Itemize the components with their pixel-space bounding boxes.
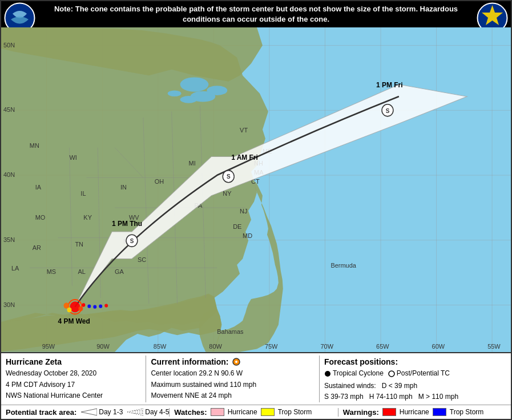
hurricane-warning-label: Hurricane <box>400 408 429 416</box>
svg-text:90W: 90W <box>96 344 110 350</box>
svg-point-84 <box>78 306 83 311</box>
svg-text:S: S <box>130 238 134 244</box>
svg-text:75W: 75W <box>265 344 278 350</box>
potential-tc-legend: Post/Potential TC <box>388 368 450 379</box>
forecast-legend-row1: Tropical Cyclone Post/Potential TC <box>324 368 506 379</box>
d-label: D < 39 mph <box>382 382 417 390</box>
svg-text:S: S <box>227 174 231 180</box>
svg-text:45N: 45N <box>3 107 15 114</box>
max-wind: Maximum sustained wind 110 mph <box>151 379 319 390</box>
svg-text:55W: 55W <box>487 344 501 350</box>
storm-info-column: Hurricane Zeta Wednesday October 28, 202… <box>6 356 146 402</box>
svg-text:MO: MO <box>35 214 46 221</box>
potential-tc-icon <box>388 370 395 377</box>
svg-point-21 <box>180 78 209 92</box>
svg-text:SC: SC <box>138 256 146 263</box>
svg-text:30N: 30N <box>3 301 15 308</box>
svg-text:MD: MD <box>243 232 252 239</box>
track-area-column: Potential track area: Day 1-3 <box>6 407 169 417</box>
storm-date: Wednesday October 28, 2020 <box>6 368 146 379</box>
map-area: MN WI IA IL IN OH MI MO KY WV PA NY AR T… <box>1 27 511 352</box>
warnings-label: Warnings: <box>343 408 379 417</box>
track-day1-3-legend: Day 1-3 <box>81 407 123 417</box>
legend-row: Potential track area: Day 1-3 <box>1 405 511 419</box>
svg-point-85 <box>82 304 85 307</box>
track-day4-5-label: Day 4-5 <box>145 408 169 416</box>
svg-point-88 <box>99 305 102 308</box>
svg-text:65W: 65W <box>376 344 389 350</box>
svg-point-87 <box>93 305 96 309</box>
svg-text:NJ: NJ <box>240 208 247 215</box>
svg-text:40N: 40N <box>3 171 15 178</box>
svg-text:GA: GA <box>115 268 124 275</box>
trop-storm-warning-label: Trop Storm <box>450 408 484 416</box>
center-location: Center location 29.2 N 90.6 W <box>151 368 319 379</box>
svg-point-102 <box>325 371 330 377</box>
svg-text:TN: TN <box>75 241 83 248</box>
svg-text:IA: IA <box>35 184 42 191</box>
svg-text:95W: 95W <box>42 344 55 350</box>
cone-day1-3-icon <box>81 407 97 417</box>
note-bar: NOAA Note: The cone contains the probabl… <box>1 1 511 27</box>
tropical-cyclone-icon <box>324 370 331 377</box>
trop-storm-warning-box <box>433 408 446 416</box>
svg-point-25 <box>168 91 182 97</box>
svg-text:MN: MN <box>30 142 39 149</box>
svg-point-24 <box>180 96 197 103</box>
svg-text:1 AM Fri: 1 AM Fri <box>231 154 258 161</box>
s-label: S 39-73 mph <box>324 393 364 401</box>
svg-text:70W: 70W <box>320 344 333 350</box>
wind-categories-row: S 39-73 mph H 74-110 mph M > 110 mph <box>324 391 506 402</box>
hurricane-watch-box <box>211 408 224 416</box>
svg-text:Bermuda: Bermuda <box>330 262 356 269</box>
svg-point-89 <box>104 304 108 308</box>
svg-text:85W: 85W <box>154 344 167 350</box>
svg-text:IL: IL <box>80 190 86 197</box>
svg-point-83 <box>67 308 71 312</box>
track-day4-5-legend: Day 4-5 <box>127 407 169 417</box>
tc-legend: Tropical Cyclone <box>324 368 384 379</box>
storm-advisory: 4 PM CDT Advisory 17 <box>6 379 146 390</box>
svg-text:35N: 35N <box>3 236 15 243</box>
svg-point-86 <box>87 305 91 308</box>
svg-text:50N: 50N <box>3 42 15 49</box>
main-container: NOAA Note: The cone contains the probabl… <box>0 0 512 420</box>
info-top-section: Hurricane Zeta Wednesday October 28, 202… <box>1 353 511 405</box>
winds-label: Sustained winds: <box>324 382 376 390</box>
warnings-column: Warnings: Hurricane Trop Storm <box>338 408 506 417</box>
svg-text:KY: KY <box>83 214 92 221</box>
svg-text:IN: IN <box>120 184 127 191</box>
current-info-label: Current information: <box>151 356 228 368</box>
svg-point-101 <box>235 361 237 363</box>
watches-label: Watches: <box>174 408 207 417</box>
svg-point-103 <box>389 371 394 377</box>
svg-text:S: S <box>386 108 390 114</box>
svg-text:LA: LA <box>11 265 19 272</box>
svg-text:80W: 80W <box>209 344 222 350</box>
movement: Movement NNE at 24 mph <box>151 390 319 401</box>
hurricane-warning-box <box>382 408 396 416</box>
trop-storm-watch-label: Trop Storm <box>278 408 312 416</box>
cone-day4-5-icon <box>127 407 143 417</box>
svg-text:1 PM Thu: 1 PM Thu <box>112 220 142 228</box>
m-label: M > 110 mph <box>418 393 458 401</box>
forecast-label: Forecast positions: <box>324 356 506 368</box>
svg-text:MS: MS <box>47 268 56 275</box>
storm-center: NWS National Hurricane Center <box>6 390 146 401</box>
current-position-icon <box>232 357 241 366</box>
current-info-column: Current information: Center location 29.… <box>146 356 319 402</box>
svg-text:VT: VT <box>240 127 248 134</box>
hurricane-watch-label: Hurricane <box>228 408 257 416</box>
h-label: H 74-110 mph <box>369 393 413 401</box>
svg-text:WI: WI <box>69 154 76 161</box>
track-area-label: Potential track area: <box>6 408 76 417</box>
svg-text:Bahamas: Bahamas <box>217 328 244 335</box>
track-day1-3-label: Day 1-3 <box>99 408 123 416</box>
tc-label: Tropical Cyclone <box>333 368 384 379</box>
svg-text:AR: AR <box>33 244 41 251</box>
svg-text:DE: DE <box>233 223 242 230</box>
svg-text:1 PM Fri: 1 PM Fri <box>376 81 402 89</box>
svg-text:OH: OH <box>155 178 164 185</box>
storm-name: Hurricane Zeta <box>6 356 146 368</box>
watches-column: Watches: Hurricane Trop Storm <box>169 408 337 417</box>
